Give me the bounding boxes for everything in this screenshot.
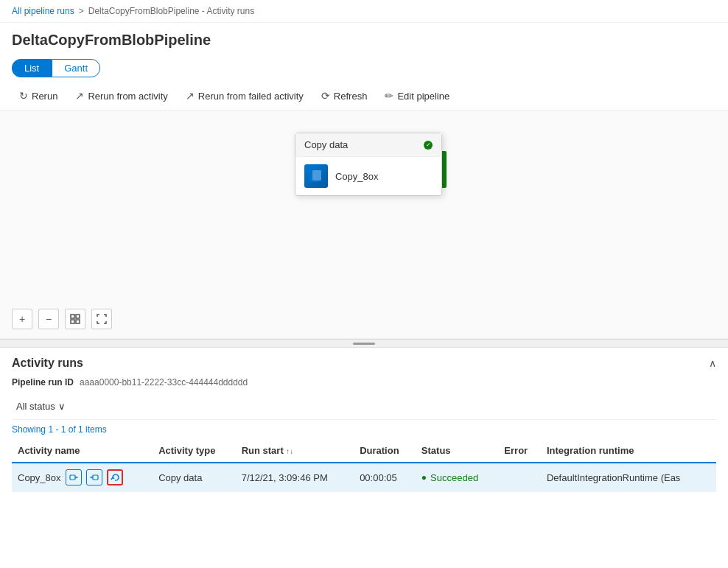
col-error-label: Error [504,445,528,456]
popup-title: Copy data [304,139,348,150]
divider-handle[interactable] [0,339,728,348]
status-badge: ● Succeeded [421,472,493,483]
col-activity-type: Activity type [153,439,236,463]
page-title: DeltaCopyFromBlobPipeline [0,23,728,55]
col-run-start-label: Run start [242,445,284,456]
copy-data-icon [304,164,328,188]
list-toggle-button[interactable]: List [12,59,52,77]
rerun-from-failed-button[interactable]: ↗ Rerun from failed activity [178,86,311,105]
success-indicator: ✓ [424,141,433,150]
breadcrumb-current: DeltaCopyFromBlobPipeline - Activity run… [88,6,254,16]
col-error: Error [498,439,541,463]
refresh-icon: ⟳ [321,90,330,102]
col-duration: Duration [354,439,416,463]
collapse-button[interactable]: ∧ [709,357,716,369]
rerun-label: Rerun [32,91,57,102]
output-button[interactable] [86,469,102,485]
rerun-button[interactable]: ↻ Rerun [12,86,65,105]
breadcrumb-separator: > [79,6,84,16]
input-icon [69,473,78,482]
status-filter-button[interactable]: All status ∨ [12,398,70,415]
cell-activity-name: Copy_8ox [12,463,153,492]
col-status: Status [416,439,499,463]
breadcrumb: All pipeline runs > DeltaCopyFromBlobPip… [0,0,728,23]
edit-icon: ✏ [385,90,393,102]
status-text: Succeeded [430,472,478,483]
activity-runs-table: Activity name Activity type Run start ↑↓… [12,439,716,492]
rerun-failed-icon: ↗ [186,90,195,102]
activity-popup-header: Copy data ✓ [295,133,441,157]
canvas-area: Copy data ✓ Copy_8ox + − [0,111,728,339]
fullscreen-button[interactable] [91,309,112,329]
status-filter-label: All status [16,401,55,412]
showing-range: 1 - 1 [48,424,66,435]
edit-pipeline-button[interactable]: ✏ Edit pipeline [377,86,457,105]
svg-rect-6 [70,475,75,480]
zoom-out-button[interactable]: − [38,309,59,329]
activity-popup: Copy data ✓ Copy_8ox [295,133,442,196]
fullscreen-icon [97,314,107,324]
svg-rect-1 [312,170,321,180]
rerun-from-failed-label: Rerun from failed activity [198,91,304,102]
col-ir-label: Integration runtime [547,445,634,456]
section-header: Activity runs ∧ [12,348,716,374]
showing-text: Showing [12,424,46,435]
edit-pipeline-label: Edit pipeline [397,91,449,102]
rerun-icon: ↻ [19,90,28,102]
cell-duration: 00:00:05 [354,463,416,492]
showing-count: Showing 1 - 1 of 1 items [12,420,716,439]
showing-of: of 1 items [69,424,107,435]
cell-activity-type: Copy data [153,463,236,492]
cell-status: ● Succeeded [416,463,499,492]
rerun-activity-icon: ↗ [75,90,84,102]
canvas-controls: + − [12,309,112,329]
status-filter-row: All status ∨ [12,393,716,420]
col-activity-name: Activity name [12,439,153,463]
col-activity-type-label: Activity type [158,445,215,456]
col-status-label: Status [421,445,451,456]
cell-error [498,463,541,492]
pipeline-run-id-row: Pipeline run ID aaaa0000-bb11-2222-33cc-… [12,374,716,393]
popup-activity-name: Copy_8ox [335,171,379,182]
sort-icon[interactable]: ↑↓ [286,447,293,455]
cell-integration-runtime: DefaultIntegrationRuntime (Eas [541,463,716,492]
col-integration-runtime: Integration runtime [541,439,716,463]
col-activity-name-label: Activity name [18,445,80,456]
output-icon [90,473,99,482]
col-run-start: Run start ↑↓ [236,439,354,463]
table-header-row: Activity name Activity type Run start ↑↓… [12,439,716,463]
rerun-from-activity-button[interactable]: ↗ Rerun from activity [68,86,175,105]
chevron-down-icon: ∨ [58,401,66,412]
run-id-value: aaaa0000-bb11-2222-33cc-444444dddddd [80,377,248,388]
rerun-row-button[interactable] [107,469,123,485]
check-icon: ✓ [426,141,431,148]
section-title: Activity runs [12,357,83,370]
rerun-row-icon [111,473,119,482]
fit-screen-button[interactable] [65,309,85,329]
run-id-label: Pipeline run ID [12,377,74,388]
svg-rect-5 [76,320,80,323]
fit-screen-icon [70,314,80,324]
copy-icon-svg [309,169,323,183]
svg-rect-3 [76,315,80,318]
toggle-group: List Gantt [0,55,728,82]
input-output-button[interactable] [66,469,82,485]
toolbar: ↻ Rerun ↗ Rerun from activity ↗ Rerun fr… [0,82,728,111]
table-row[interactable]: Copy_8ox [12,463,716,492]
refresh-button[interactable]: ⟳ Refresh [314,86,375,105]
gantt-toggle-button[interactable]: Gantt [52,59,100,77]
divider-line [353,343,375,345]
success-icon: ● [421,472,427,483]
rerun-from-activity-label: Rerun from activity [88,91,167,102]
activity-runs-section: Activity runs ∧ Pipeline run ID aaaa0000… [0,348,728,492]
svg-rect-2 [71,315,74,318]
col-duration-label: Duration [360,445,399,456]
table-container: Activity name Activity type Run start ↑↓… [12,439,716,492]
zoom-in-button[interactable]: + [12,309,32,329]
svg-rect-7 [93,475,98,480]
breadcrumb-link[interactable]: All pipeline runs [12,6,74,16]
activity-name-text: Copy_8ox [18,472,61,483]
activity-name-cell: Copy_8ox [18,469,147,485]
activity-popup-body: Copy_8ox [295,157,441,195]
refresh-label: Refresh [334,91,368,102]
